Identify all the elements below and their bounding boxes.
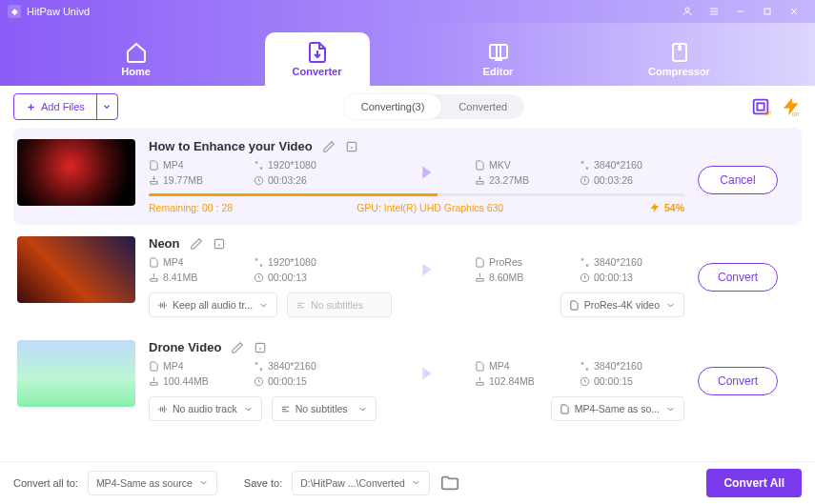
converter-icon — [306, 41, 329, 64]
info-icon[interactable] — [345, 140, 358, 153]
nav-home-label: Home — [121, 66, 151, 77]
edit-title-icon[interactable] — [190, 237, 203, 251]
footer-bar: Convert all to: MP4-Same as source Save … — [0, 461, 815, 503]
save-path-dropdown[interactable]: D:\HitPaw ...\Converted — [292, 471, 430, 495]
progress-bar — [149, 193, 684, 196]
resolution-icon — [254, 361, 264, 372]
tab-converted[interactable]: Converted — [441, 94, 524, 119]
cancel-button[interactable]: Cancel — [698, 166, 778, 194]
file-icon — [475, 257, 485, 268]
info-icon[interactable] — [254, 341, 267, 354]
convert-button[interactable]: Convert — [698, 367, 778, 395]
add-files-button[interactable]: Add Files — [13, 93, 118, 120]
chevron-down-icon — [665, 404, 676, 414]
convert-all-to-label: Convert all to: — [13, 477, 78, 489]
size-icon — [475, 376, 485, 387]
nav-converter[interactable]: Converter — [265, 32, 370, 86]
video-title: Drone Video — [149, 340, 221, 354]
audio-icon — [157, 404, 168, 414]
src-duration: 00:03:26 — [268, 174, 307, 186]
maximize-icon[interactable] — [754, 3, 781, 20]
plus-icon — [26, 102, 36, 112]
nav-home[interactable]: Home — [84, 32, 189, 86]
minimize-icon[interactable] — [727, 3, 754, 20]
edit-title-icon[interactable] — [322, 140, 336, 153]
account-icon[interactable] — [674, 3, 701, 20]
subtitle-icon — [280, 404, 291, 414]
svg-rect-2 — [490, 45, 507, 58]
output-format-dropdown[interactable]: ProRes-4K video — [560, 292, 684, 317]
app-name: HitPaw Univd — [27, 6, 90, 17]
size-icon — [149, 175, 159, 186]
resolution-icon — [254, 160, 264, 171]
nav-converter-label: Converter — [293, 66, 342, 77]
titlebar: ◆ HitPaw Univd — [0, 0, 815, 23]
nav-editor[interactable]: Editor — [446, 32, 551, 86]
file-icon — [560, 404, 570, 414]
tab-converting[interactable]: Converting(3) — [344, 94, 442, 119]
close-icon[interactable] — [781, 3, 807, 20]
src-duration: 00:00:15 — [268, 375, 307, 387]
size-icon — [149, 376, 159, 387]
resolution-icon — [580, 160, 590, 171]
menu-icon[interactable] — [701, 3, 727, 20]
lightning-icon — [649, 202, 661, 213]
resolution-icon — [580, 257, 590, 268]
convert-all-format-dropdown[interactable]: MP4-Same as source — [88, 471, 217, 495]
video-thumbnail[interactable] — [17, 139, 135, 206]
audio-track-dropdown[interactable]: No audio track — [149, 396, 262, 421]
size-icon — [475, 175, 485, 186]
chevron-down-icon — [243, 404, 254, 414]
audio-track-dropdown[interactable]: Keep all audio tr... — [149, 292, 277, 317]
chevron-down-icon — [102, 102, 112, 111]
src-format: MP4 — [163, 360, 184, 372]
subtitle-dropdown[interactable]: No subtitles — [272, 396, 377, 421]
toolbar: Add Files Converting(3) Converted on on — [0, 86, 815, 128]
svg-point-0 — [685, 8, 689, 11]
chevron-down-icon — [258, 300, 269, 311]
audio-icon — [157, 300, 168, 311]
output-format-dropdown[interactable]: MP4-Same as so... — [551, 396, 684, 421]
duration-icon — [254, 376, 264, 387]
hardware-accel-icon[interactable]: on — [750, 96, 771, 117]
chevron-down-icon — [665, 300, 676, 311]
file-icon — [149, 160, 159, 171]
src-resolution: 1920*1080 — [268, 256, 316, 268]
duration-icon — [580, 376, 590, 387]
save-to-label: Save to: — [244, 477, 282, 489]
file-icon — [475, 160, 485, 171]
video-title: How to Enhance your Video — [149, 139, 313, 153]
conversion-item[interactable]: Neon MP4 1920*1080 8.41MB 00:00:13 ProRe… — [13, 225, 802, 329]
edit-title-icon[interactable] — [231, 341, 244, 354]
video-thumbnail[interactable] — [17, 340, 135, 407]
add-files-label: Add Files — [41, 101, 85, 112]
nav-editor-label: Editor — [483, 66, 514, 77]
dst-format: MP4 — [489, 360, 510, 372]
src-size: 100.44MB — [163, 375, 209, 387]
svg-text:on: on — [764, 109, 771, 117]
progress-percent: 54% — [649, 202, 684, 213]
info-icon[interactable] — [213, 237, 226, 251]
convert-button[interactable]: Convert — [698, 263, 778, 292]
dst-resolution: 3840*2160 — [594, 159, 642, 171]
conversion-item[interactable]: Drone Video MP4 3840*2160 100.44MB 00:00… — [13, 329, 802, 433]
add-files-dropdown[interactable] — [96, 94, 117, 119]
dst-duration: 00:03:26 — [594, 174, 633, 186]
src-size: 8.41MB — [163, 272, 197, 283]
chevron-down-icon — [198, 477, 209, 488]
src-format: MP4 — [163, 256, 184, 268]
subtitle-dropdown[interactable]: No subtitles — [287, 292, 392, 317]
nav-compressor[interactable]: Compressor — [627, 32, 732, 86]
convert-all-button[interactable]: Convert All — [706, 469, 802, 497]
file-icon — [475, 361, 485, 372]
duration-icon — [580, 272, 590, 283]
main-nav: Home Converter Editor Compressor — [0, 23, 815, 86]
svg-rect-1 — [764, 9, 770, 14]
file-icon — [569, 300, 580, 311]
time-remaining: Remaining: 00 : 28 — [149, 202, 233, 213]
svg-rect-5 — [757, 103, 764, 110]
video-thumbnail[interactable] — [17, 236, 135, 303]
lightning-mode-icon[interactable]: on — [781, 96, 802, 117]
conversion-item[interactable]: How to Enhance your Video MP4 1920*1080 … — [13, 128, 802, 225]
open-folder-icon[interactable] — [439, 473, 460, 494]
